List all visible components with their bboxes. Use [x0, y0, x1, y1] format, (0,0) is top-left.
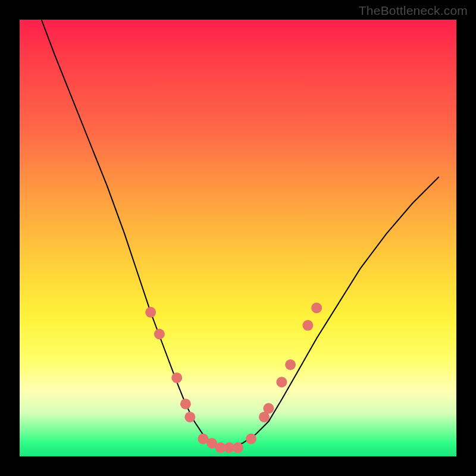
data-marker: [233, 442, 243, 453]
curve-svg: [20, 20, 456, 456]
chart-stage: TheBottleneck.com: [0, 0, 476, 476]
data-marker: [145, 307, 156, 318]
data-marker: [154, 329, 165, 340]
data-marker: [276, 377, 287, 387]
data-marker: [311, 302, 322, 313]
data-marker: [263, 403, 274, 414]
data-marker: [285, 359, 296, 370]
watermark-text: TheBottleneck.com: [359, 4, 468, 18]
data-marker: [184, 412, 195, 422]
data-marker: [246, 434, 256, 444]
plot-area: [20, 20, 456, 456]
bottleneck-curve: [42, 20, 439, 447]
data-marker: [302, 320, 313, 331]
marker-group: [145, 302, 322, 453]
data-marker: [171, 372, 182, 383]
data-marker: [180, 399, 191, 409]
